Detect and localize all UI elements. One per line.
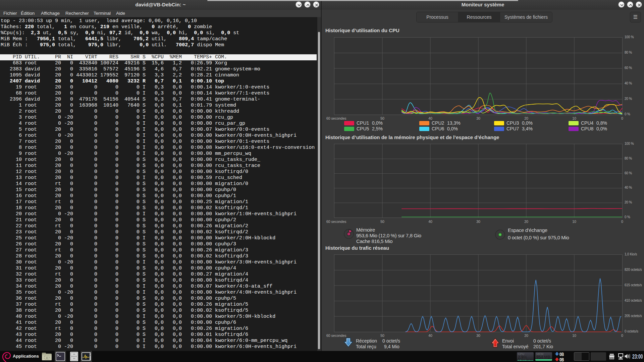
svg-text:D: D — [46, 356, 48, 360]
